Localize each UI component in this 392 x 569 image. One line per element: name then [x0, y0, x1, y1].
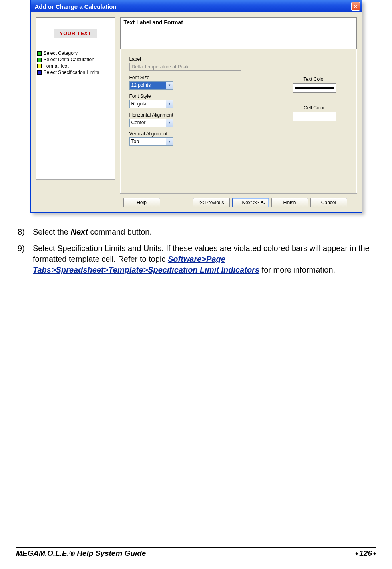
- halign-value: Center: [130, 119, 166, 127]
- dialog-body: YOUR TEXT Select Category Select Delta C…: [31, 12, 362, 212]
- previous-button[interactable]: << Previous: [193, 198, 230, 207]
- dialog-button-row: Help << Previous Next >> Finish Cancel ↖: [120, 193, 357, 207]
- help-button[interactable]: Help: [123, 198, 160, 207]
- chevron-down-icon: ▼: [166, 82, 173, 89]
- footer-brand-bold: MEGA: [16, 549, 39, 557]
- instruction-number: 9): [18, 243, 33, 275]
- dialog-window: Add or Change a Calculation × YOUR TEXT …: [30, 0, 362, 213]
- cancel-button[interactable]: Cancel: [310, 198, 347, 207]
- diamond-icon: ♦: [355, 550, 358, 557]
- instruction-number: 8): [18, 227, 33, 237]
- preview-text: YOUR TEXT: [54, 29, 97, 38]
- fontsize-value: 12 points: [130, 82, 166, 89]
- valign-select[interactable]: Top ▼: [129, 137, 173, 146]
- instruction-bold: Next: [71, 227, 88, 236]
- step-swatch-icon: [37, 51, 42, 56]
- close-icon: ×: [354, 3, 357, 10]
- cellcolor-picker[interactable]: [293, 112, 336, 121]
- textcolor-picker[interactable]: [293, 83, 336, 93]
- instruction-item: 9) Select Specification Limits and Units…: [18, 243, 374, 275]
- chevron-down-icon: ▼: [166, 138, 173, 145]
- finish-button[interactable]: Finish: [271, 198, 308, 207]
- footer-brand-rest: M.O.L.E.® Help System Guide: [39, 549, 146, 557]
- wizard-blank-panel: [36, 179, 115, 207]
- step-label: Select Specification Limits: [44, 70, 99, 75]
- instruction-text: for more information.: [259, 265, 335, 274]
- halign-select[interactable]: Center ▼: [129, 119, 173, 127]
- wizard-left-column: YOUR TEXT Select Category Select Delta C…: [36, 17, 115, 207]
- close-button[interactable]: ×: [351, 2, 360, 11]
- fontsize-select[interactable]: 12 points ▼: [129, 81, 173, 90]
- cellcolor-label: Cell Color: [293, 105, 336, 111]
- step-label: Format Text: [44, 63, 69, 69]
- wizard-step[interactable]: Format Text: [37, 63, 114, 69]
- step-swatch-icon: [37, 64, 42, 68]
- titlebar: Add or Change a Calculation ×: [31, 0, 362, 12]
- valign-value: Top: [130, 138, 166, 145]
- chevron-down-icon: ▼: [166, 119, 173, 127]
- page-number: 126: [359, 549, 372, 558]
- step-swatch-icon: [37, 70, 42, 75]
- label-label: Label: [129, 56, 348, 62]
- label-input[interactable]: Delta Temperature at Peak: [129, 63, 241, 71]
- step-swatch-icon: [37, 58, 42, 62]
- fontstyle-select[interactable]: Regular ▼: [129, 100, 173, 108]
- instruction-text: Select the: [33, 227, 71, 236]
- chevron-down-icon: ▼: [166, 100, 173, 108]
- instruction-list: 8) Select the Next command button. 9) Se…: [18, 227, 374, 275]
- next-button[interactable]: Next >>: [232, 198, 269, 207]
- wizard-step[interactable]: Select Delta Calculation: [37, 56, 114, 63]
- instruction-item: 8) Select the Next command button.: [18, 227, 374, 237]
- wizard-step[interactable]: Select Category: [37, 50, 114, 56]
- wizard-right-column: Text Label and Format Label Delta Temper…: [120, 17, 357, 207]
- textcolor-label: Text Color: [293, 76, 336, 82]
- panel-heading: Text Label and Format: [120, 17, 357, 49]
- form-area: Label Delta Temperature at Peak Font Siz…: [120, 49, 357, 193]
- step-label: Select Delta Calculation: [44, 57, 94, 62]
- dialog-title: Add or Change a Calculation: [35, 3, 117, 10]
- step-label: Select Category: [44, 50, 78, 56]
- page-footer: MEGAM.O.L.E.® Help System Guide ♦ 126 ♦: [16, 547, 376, 558]
- wizard-step[interactable]: Select Specification Limits: [37, 69, 114, 76]
- diamond-icon: ♦: [373, 550, 376, 557]
- valign-label: Vertical Alignment: [129, 131, 348, 137]
- wizard-steps: Select Category Select Delta Calculation…: [36, 49, 115, 179]
- fontstyle-label: Font Style: [129, 94, 348, 99]
- fontstyle-value: Regular: [130, 100, 166, 108]
- preview-box: YOUR TEXT: [36, 17, 115, 49]
- instruction-text: command button.: [88, 227, 152, 236]
- color-bar-icon: [295, 87, 334, 89]
